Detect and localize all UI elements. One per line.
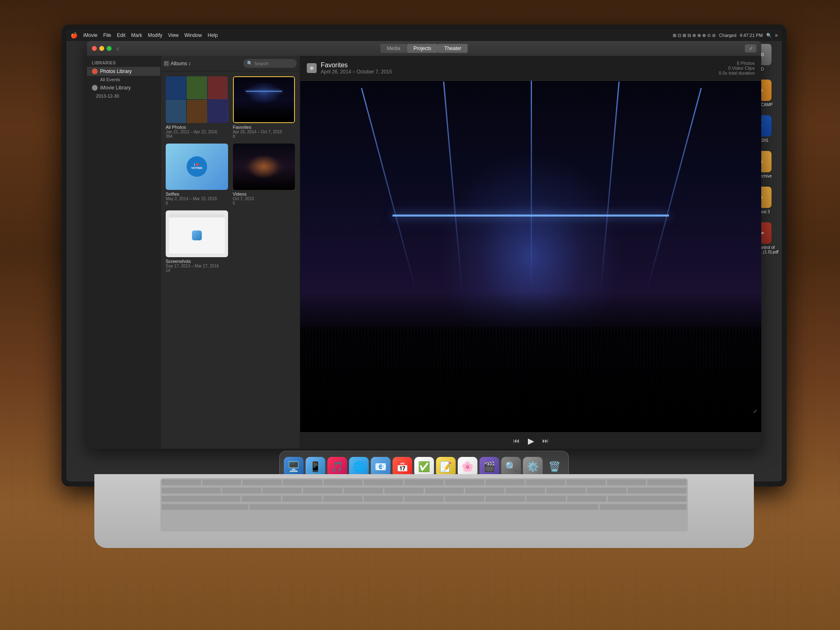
key[interactable] — [567, 496, 607, 502]
key[interactable] — [566, 479, 606, 485]
key[interactable] — [506, 488, 545, 493]
window-menu[interactable]: Window — [185, 32, 202, 38]
key[interactable] — [526, 479, 565, 485]
key[interactable] — [546, 488, 586, 493]
dock-icon-calendar[interactable]: 📅 — [393, 457, 412, 477]
videos-count: 5 — [233, 201, 295, 205]
spacebar[interactable] — [250, 504, 598, 510]
modify-menu[interactable]: Modify — [148, 32, 162, 38]
mark-menu[interactable]: Mark — [131, 32, 142, 38]
key[interactable] — [303, 488, 342, 493]
key[interactable] — [486, 496, 525, 502]
dock-icon-mail[interactable]: 📧 — [371, 457, 390, 477]
key[interactable] — [600, 504, 687, 510]
search-icon-menubar[interactable]: 🔍 — [766, 33, 772, 38]
key[interactable] — [628, 488, 687, 493]
key[interactable] — [282, 496, 322, 502]
battery-status: Charged — [719, 33, 736, 38]
key[interactable] — [608, 496, 687, 502]
key[interactable] — [384, 488, 424, 493]
key[interactable] — [162, 488, 221, 493]
fullscreen-button[interactable]: ⤢ — [745, 44, 756, 52]
sidebar-item-date[interactable]: 2013-12-30 — [87, 92, 160, 100]
key[interactable] — [526, 496, 566, 502]
key[interactable] — [607, 479, 646, 485]
file-menu[interactable]: File — [103, 32, 111, 38]
key[interactable] — [445, 479, 484, 485]
key[interactable] — [242, 496, 281, 502]
key[interactable] — [465, 488, 504, 493]
help-menu[interactable]: Help — [208, 32, 218, 38]
tab-projects[interactable]: Projects — [407, 44, 438, 53]
key[interactable] — [404, 496, 444, 502]
skip-forward-button[interactable]: ⏭ — [542, 437, 549, 445]
dock-icon-spotlight[interactable]: 🔍 — [501, 457, 521, 477]
play-button[interactable]: ▶ — [528, 436, 534, 446]
favorites-count: 8 — [233, 134, 295, 139]
key[interactable] — [364, 479, 403, 485]
key[interactable] — [283, 479, 322, 485]
key[interactable] — [162, 496, 240, 502]
dock-icon-preferences[interactable]: ⚙️ — [523, 457, 543, 477]
mosaic-cell — [187, 76, 207, 99]
album-selfies[interactable]: I ❤️VOTING Selfies May 2, 2014 – Mar 15,… — [166, 144, 228, 206]
key[interactable] — [587, 488, 626, 493]
back-button[interactable]: ‹ — [116, 44, 119, 53]
key[interactable] — [162, 504, 249, 510]
key[interactable] — [364, 496, 403, 502]
key[interactable] — [262, 488, 302, 493]
apple-menu[interactable]: 🍎 — [71, 32, 78, 39]
selfies-name: Selfies — [166, 192, 228, 196]
dock-icon-safari[interactable]: 🌐 — [349, 457, 369, 477]
tab-theater[interactable]: Theater — [438, 44, 468, 53]
dock-icon-notes[interactable]: 📝 — [436, 457, 456, 477]
key[interactable] — [404, 479, 444, 485]
key[interactable] — [202, 479, 242, 485]
main-content: LIBRARIES Photos Library All Events iMov… — [87, 56, 761, 449]
grid-view-icon[interactable] — [164, 61, 169, 66]
key[interactable] — [162, 479, 201, 485]
voting-badge: I ❤️VOTING — [187, 156, 207, 177]
keyboard-row-3 — [160, 495, 688, 503]
dock-icon-imovie[interactable]: 🎬 — [479, 457, 499, 477]
key[interactable] — [344, 488, 383, 493]
search-box[interactable]: 🔍 Search — [243, 59, 297, 68]
key[interactable] — [323, 496, 363, 502]
tab-media[interactable]: Media — [380, 44, 407, 53]
album-all-photos[interactable]: All Photos Jan 21, 2012 – Apr 22, 2016 3… — [166, 76, 228, 139]
key[interactable] — [486, 479, 525, 485]
key[interactable] — [425, 488, 464, 493]
dock-icon-photos[interactable]: 🌸 — [458, 457, 477, 477]
imovie-menu[interactable]: iMovie — [83, 32, 98, 38]
selfie-content: I ❤️VOTING — [166, 144, 228, 190]
titlebar-actions: ⤢ — [745, 44, 756, 52]
view-menu[interactable]: View — [168, 32, 179, 38]
key[interactable] — [222, 488, 261, 493]
screenshots-count: 14 — [166, 268, 228, 273]
screenshot-menubar — [169, 214, 225, 217]
dock-icon-reminders[interactable]: ✅ — [414, 457, 434, 477]
dock-icon-music[interactable]: 🎵 — [327, 457, 347, 477]
expand-button[interactable]: ⤢ — [753, 409, 757, 414]
dock-icon-appstore[interactable]: 📱 — [306, 457, 325, 477]
key[interactable] — [324, 479, 363, 485]
sidebar-item-all-events[interactable]: All Events — [87, 76, 160, 83]
sidebar-item-photos-library[interactable]: Photos Library — [87, 67, 160, 76]
dock-icon-trash[interactable]: 🗑️ — [545, 457, 564, 477]
voting-text: I ❤️VOTING — [191, 163, 202, 170]
key[interactable] — [242, 479, 282, 485]
skip-back-button[interactable]: ⏮ — [513, 437, 520, 445]
close-button[interactable] — [92, 46, 97, 51]
key[interactable] — [445, 496, 484, 502]
album-videos[interactable]: Videos Oct 7, 2015 5 — [233, 144, 295, 206]
libraries-label: LIBRARIES — [87, 59, 160, 67]
sidebar-item-imovie-library[interactable]: iMovie Library — [87, 83, 160, 92]
maximize-button[interactable] — [107, 46, 112, 51]
album-favorites[interactable]: Favorites Apr 26, 2014 – Oct 7, 2015 8 — [233, 76, 295, 139]
dock-icon-finder[interactable]: 🖥️ — [284, 457, 304, 477]
key[interactable] — [647, 479, 687, 485]
minimize-button[interactable] — [99, 46, 104, 51]
edit-menu[interactable]: Edit — [117, 32, 126, 38]
list-icon-menubar[interactable]: ≡ — [775, 33, 778, 38]
album-screenshots[interactable]: Screenshots Sep 17, 2013 – Mar 27, 2016 … — [166, 210, 228, 273]
